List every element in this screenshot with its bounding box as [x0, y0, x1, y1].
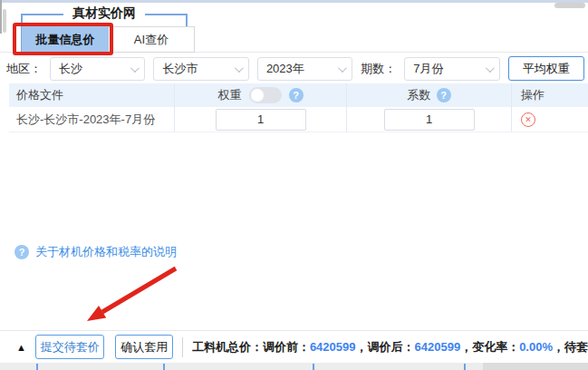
weight-cell: [175, 107, 347, 131]
batch-price-panel: 真材实价网 批量信息价 AI查价 地区： 长沙 长沙市 2023年 期数： 7月…: [0, 0, 588, 370]
header-weight: 权重 ?: [175, 83, 347, 107]
city-select-value: 长沙市: [162, 61, 198, 77]
column-tick: [163, 364, 165, 370]
weight-input[interactable]: [216, 109, 306, 131]
help-link-label: 关于材机价格和税率的说明: [35, 244, 177, 260]
header-coefficient: 系数 ?: [347, 83, 512, 107]
summary-sep: ，变化率：: [460, 340, 519, 354]
period-label: 期数：: [361, 61, 396, 77]
price-before-value: 6420599: [310, 340, 356, 354]
toggle-knob: [251, 89, 264, 102]
filter-row: 地区： 长沙 长沙市 2023年 期数： 7月份 平均权重: [6, 56, 584, 81]
vertical-scrollbar-track: [0, 0, 2, 34]
site-title: 真材实价网: [63, 5, 145, 22]
confirm-apply-button[interactable]: 确认套用: [115, 335, 173, 359]
chevron-down-icon: [130, 63, 140, 73]
average-weight-button[interactable]: 平均权重: [508, 56, 584, 81]
table-row: 长沙-长沙市-2023年-7月份 ✕: [9, 107, 588, 132]
table-header: 价格文件 权重 ? 系数 ? 操作: [9, 83, 588, 107]
summary-sep: ，调价后：: [356, 340, 415, 354]
top-edge-strip: [0, 0, 588, 3]
annotation-arrow: [83, 263, 185, 328]
period-select-value: 7月份: [413, 61, 443, 77]
summary-tail: ，待套: [553, 340, 588, 354]
coefficient-input[interactable]: [384, 109, 475, 131]
year-select[interactable]: 2023年: [257, 57, 352, 81]
column-tick: [313, 364, 314, 370]
period-select[interactable]: 7月份: [404, 57, 499, 81]
chevron-down-icon: [338, 63, 347, 73]
column-tick: [464, 364, 466, 370]
tab-ai-price-query[interactable]: AI查价: [109, 26, 195, 53]
tab-batch-info-price[interactable]: 批量信息价: [22, 26, 109, 53]
summary-prefix: 工料机总价：调价前：: [192, 340, 310, 354]
footer-bar: ▲ 提交待套价 确认套用 工料机总价：调价前：6420599，调价后：64205…: [0, 330, 588, 363]
submit-pending-price-button[interactable]: 提交待套价: [35, 335, 105, 359]
chevron-down-icon: [235, 63, 244, 73]
coefficient-cell: [347, 107, 512, 131]
tab-label: 批量信息价: [36, 32, 95, 48]
help-icon[interactable]: ?: [437, 88, 451, 102]
price-file-name: 长沙-长沙市-2023年-7月份: [9, 107, 175, 131]
region-select[interactable]: 长沙: [50, 57, 145, 81]
chevron-down-icon: [486, 63, 495, 73]
vertical-scrollbar-thumb[interactable]: [3, 9, 6, 33]
price-file-table: 价格文件 权重 ? 系数 ? 操作 长沙-长沙市-2023年-7月份: [9, 83, 588, 132]
tab-bar: 批量信息价 AI查价: [22, 26, 195, 53]
header-action: 操作: [512, 83, 588, 107]
bottom-edge-dark-block: [483, 363, 588, 370]
horizontal-scrollbar-thumb[interactable]: [554, 3, 585, 8]
year-select-value: 2023年: [266, 61, 304, 77]
column-tick: [36, 364, 38, 370]
city-select[interactable]: 长沙市: [153, 57, 248, 81]
delete-row-icon[interactable]: ✕: [521, 112, 535, 127]
region-label: 地区：: [6, 61, 42, 77]
total-price-summary: 工料机总价：调价前：6420599，调价后：6420599，变化率：0.00%，…: [192, 339, 588, 355]
change-rate-value: 0.00%: [519, 340, 553, 354]
price-tax-help-link[interactable]: ? 关于材机价格和税率的说明: [14, 244, 177, 260]
help-icon: ?: [14, 245, 29, 259]
price-after-value: 6420599: [415, 340, 461, 354]
weight-toggle[interactable]: [249, 87, 282, 103]
help-icon[interactable]: ?: [289, 88, 304, 102]
header-price-file: 价格文件: [9, 83, 175, 107]
collapse-triangle-icon[interactable]: ▲: [16, 342, 26, 353]
region-select-value: 长沙: [59, 61, 82, 77]
action-cell: ✕: [512, 107, 588, 131]
tab-label: AI查价: [134, 32, 169, 48]
footer-divider: [182, 337, 183, 357]
